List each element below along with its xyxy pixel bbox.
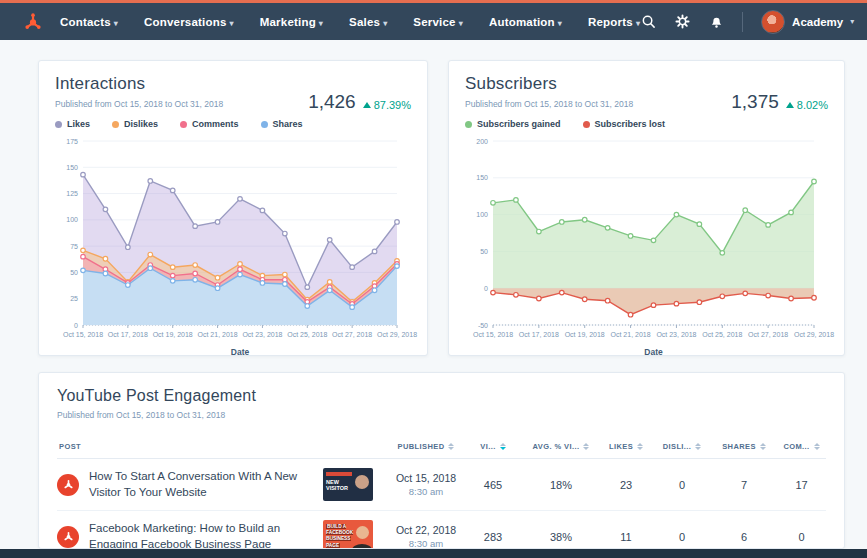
- column-header-published[interactable]: PUBLISHED: [387, 442, 465, 451]
- likes-dot-icon: [55, 121, 62, 128]
- hubspot-badge-icon: [57, 474, 79, 496]
- svg-text:Oct 17, 2018: Oct 17, 2018: [519, 331, 559, 338]
- column-header-avg-pct-viewed[interactable]: AVG. % VI...: [521, 442, 601, 451]
- svg-text:50: 50: [70, 269, 78, 276]
- sort-icon: [760, 443, 766, 450]
- avg-pct-viewed-cell: 18%: [521, 479, 601, 491]
- youtube-post-engagement-card: YouTube Post Engagement Published from O…: [38, 372, 845, 549]
- svg-text:0: 0: [74, 322, 78, 329]
- svg-text:Oct 29, 2018: Oct 29, 2018: [794, 331, 834, 338]
- nav-menu: Contacts▾ Conversations▾ Marketing▾ Sale…: [60, 16, 640, 28]
- subscribers-card: Subscribers Published from Oct 15, 2018 …: [448, 60, 845, 356]
- legend-item-subscribers-lost[interactable]: Subscribers lost: [583, 119, 666, 129]
- svg-text:Date: Date: [231, 347, 250, 357]
- svg-text:Date: Date: [644, 347, 663, 357]
- nav-item-conversations[interactable]: Conversations▾: [144, 16, 234, 28]
- nav-item-automation[interactable]: Automation▾: [489, 16, 562, 28]
- comments-cell: 17: [775, 479, 828, 491]
- comments-dot-icon: [180, 121, 187, 128]
- svg-text:125: 125: [66, 190, 78, 197]
- nav-item-sales[interactable]: Sales▾: [349, 16, 387, 28]
- column-header-post: POST: [57, 442, 387, 451]
- svg-text:100: 100: [476, 211, 488, 218]
- search-icon[interactable]: [640, 14, 656, 30]
- views-cell: 283: [465, 531, 521, 543]
- engagement-title: YouTube Post Engagement: [57, 387, 826, 405]
- chevron-down-icon: ▾: [850, 17, 854, 26]
- column-header-views[interactable]: VI...: [465, 442, 521, 451]
- engagement-table: POST PUBLISHED VI... AVG. % VI... LIKES …: [57, 436, 826, 549]
- interactions-chart: 0255075100125150175Oct 15, 2018Oct 17, 2…: [55, 133, 411, 357]
- interactions-total: 1,426: [308, 91, 356, 113]
- subscribers-total: 1,375: [731, 91, 779, 113]
- svg-text:75: 75: [70, 243, 78, 250]
- subscribers-legend: Subscribers gained Subscribers lost: [465, 119, 828, 129]
- svg-text:0: 0: [484, 285, 488, 292]
- legend-item-likes[interactable]: Likes: [55, 119, 90, 129]
- column-header-shares[interactable]: SHARES: [713, 442, 775, 451]
- svg-text:Oct 19, 2018: Oct 19, 2018: [565, 331, 605, 338]
- svg-text:Oct 15, 2018: Oct 15, 2018: [473, 331, 513, 338]
- nav-item-service[interactable]: Service▾: [413, 16, 463, 28]
- settings-gear-icon[interactable]: [674, 14, 690, 30]
- svg-text:150: 150: [66, 164, 78, 171]
- table-row: How To Start A Conversation With A New V…: [57, 459, 826, 511]
- column-header-dislikes[interactable]: DISLI...: [651, 442, 713, 451]
- sort-icon: [695, 443, 701, 450]
- hubspot-logo-icon[interactable]: [22, 11, 44, 33]
- column-header-comments[interactable]: COM...: [775, 442, 828, 451]
- account-menu[interactable]: Academy ▾: [761, 10, 854, 34]
- svg-text:25: 25: [70, 295, 78, 302]
- nav-item-marketing[interactable]: Marketing▾: [260, 16, 323, 28]
- likes-cell: 23: [601, 479, 651, 491]
- column-header-likes[interactable]: LIKES: [601, 442, 651, 451]
- svg-text:Oct 17, 2018: Oct 17, 2018: [108, 331, 148, 338]
- gained-dot-icon: [465, 121, 472, 128]
- interactions-legend: Likes Dislikes Comments Shares: [55, 119, 411, 129]
- dislikes-dot-icon: [112, 121, 119, 128]
- post-link[interactable]: Facebook Marketing: How to Build an Enga…: [89, 521, 313, 549]
- dislikes-cell: 0: [651, 531, 713, 543]
- lost-dot-icon: [583, 121, 590, 128]
- published-cell: Oct 15, 2018 8:30 am: [387, 472, 465, 497]
- svg-text:100: 100: [66, 216, 78, 223]
- interactions-card: Interactions Published from Oct 15, 2018…: [38, 60, 428, 356]
- chevron-down-icon: ▾: [459, 19, 463, 28]
- chevron-down-icon: ▾: [383, 19, 387, 28]
- nav-item-reports[interactable]: Reports▾: [588, 16, 640, 28]
- chevron-down-icon: ▾: [558, 19, 562, 28]
- svg-text:Oct 19, 2018: Oct 19, 2018: [153, 331, 193, 338]
- chevron-down-icon: ▾: [319, 19, 323, 28]
- interactions-delta: 87.39%: [374, 99, 411, 111]
- svg-text:Oct 29, 2018: Oct 29, 2018: [377, 331, 417, 338]
- shares-dot-icon: [261, 121, 268, 128]
- likes-cell: 11: [601, 531, 651, 543]
- avatar: [761, 10, 785, 34]
- top-navigation: Contacts▾ Conversations▾ Marketing▾ Sale…: [0, 0, 867, 40]
- nav-item-contacts[interactable]: Contacts▾: [60, 16, 118, 28]
- window-bottom-edge: [0, 549, 867, 558]
- legend-item-shares[interactable]: Shares: [261, 119, 303, 129]
- chevron-down-icon: ▾: [230, 19, 234, 28]
- svg-text:Oct 27, 2018: Oct 27, 2018: [332, 331, 372, 338]
- svg-text:Oct 15, 2018: Oct 15, 2018: [63, 331, 103, 338]
- post-link[interactable]: How To Start A Conversation With A New V…: [89, 469, 313, 500]
- svg-text:Oct 25, 2018: Oct 25, 2018: [702, 331, 742, 338]
- views-cell: 465: [465, 479, 521, 491]
- delta-up-icon: [363, 102, 371, 108]
- svg-text:50: 50: [480, 248, 488, 255]
- sort-icon: [814, 443, 820, 450]
- legend-item-subscribers-gained[interactable]: Subscribers gained: [465, 119, 561, 129]
- svg-text:Oct 27, 2018: Oct 27, 2018: [748, 331, 788, 338]
- notifications-bell-icon[interactable]: [708, 14, 724, 30]
- legend-item-dislikes[interactable]: Dislikes: [112, 119, 158, 129]
- subscribers-metric: 1,375 8.02%: [731, 91, 828, 113]
- video-thumbnail: NEW VISITOR: [323, 468, 373, 501]
- svg-text:Oct 25, 2018: Oct 25, 2018: [287, 331, 327, 338]
- svg-text:Oct 21, 2018: Oct 21, 2018: [198, 331, 238, 338]
- svg-text:Oct 23, 2018: Oct 23, 2018: [242, 331, 282, 338]
- account-label: Academy: [792, 16, 843, 28]
- svg-text:150: 150: [476, 174, 488, 181]
- delta-up-icon: [786, 102, 794, 108]
- legend-item-comments[interactable]: Comments: [180, 119, 239, 129]
